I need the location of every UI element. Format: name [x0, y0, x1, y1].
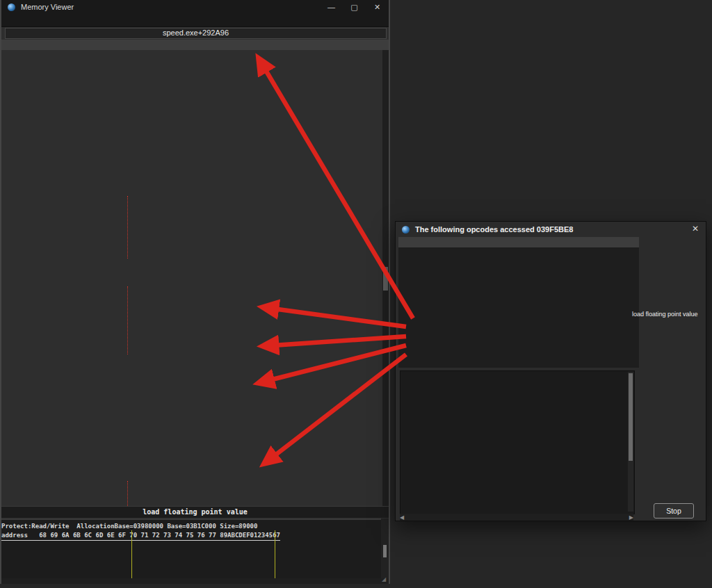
close-icon[interactable]: ✕ — [366, 0, 389, 14]
stop-button[interactable]: Stop — [654, 503, 694, 518]
opcodes-accessed-dialog: The following opcodes accessed 039F5BE8 … — [395, 221, 706, 521]
minimize-icon[interactable]: — — [320, 0, 343, 14]
hex-header: address 68 69 6A 6B 6C 6D 6E 6F 70 71 72… — [1, 531, 280, 541]
hex-guide-line — [275, 530, 275, 578]
resize-grip-icon[interactable]: ◢ — [382, 576, 386, 582]
hex-scrollbar[interactable] — [381, 518, 389, 578]
address-bar[interactable]: speed.exe+292A96 — [5, 28, 387, 39]
info-horizontal-scrollbar[interactable]: ◀▶ — [400, 514, 633, 521]
menu-bar — [1, 14, 389, 27]
disassembly-list[interactable] — [1, 50, 382, 506]
opcode-hint-text: load floating point value — [632, 311, 707, 318]
opcode-list-header[interactable] — [398, 237, 639, 247]
jump-line — [127, 286, 128, 354]
disassembly-column-header[interactable] — [1, 40, 389, 51]
scroll-right-icon[interactable]: ▶ — [629, 514, 633, 521]
window-bottom-edge — [1, 578, 389, 584]
extra-info-panel[interactable] — [400, 370, 635, 514]
memory-viewer-window: Memory Viewer — ▢ ✕ speed.exe+292A96 loa… — [0, 0, 390, 584]
title-bar[interactable]: Memory Viewer — ▢ ✕ — [1, 0, 389, 14]
disassembly-scrollbar[interactable] — [382, 50, 389, 506]
status-bar: load floating point value — [1, 506, 389, 518]
dialog-close-icon[interactable]: ✕ — [692, 224, 699, 234]
hex-info-line: Protect:Read/Write AllocationBase=039800… — [1, 522, 389, 531]
scroll-left-icon[interactable]: ◀ — [400, 514, 404, 521]
cheat-engine-icon — [8, 3, 15, 11]
opcode-list[interactable] — [398, 247, 639, 368]
hex-guide-line — [131, 530, 132, 578]
jump-line — [127, 196, 128, 259]
hex-view[interactable]: Protect:Read/Write AllocationBase=039800… — [1, 518, 389, 580]
window-title: Memory Viewer — [21, 3, 74, 11]
cheat-engine-icon — [402, 226, 410, 234]
info-vertical-scrollbar[interactable] — [628, 372, 633, 512]
dialog-title: The following opcodes accessed 039F5BE8 — [415, 225, 573, 234]
dialog-title-bar[interactable]: The following opcodes accessed 039F5BE8 … — [396, 222, 706, 237]
maximize-icon[interactable]: ▢ — [343, 0, 366, 14]
